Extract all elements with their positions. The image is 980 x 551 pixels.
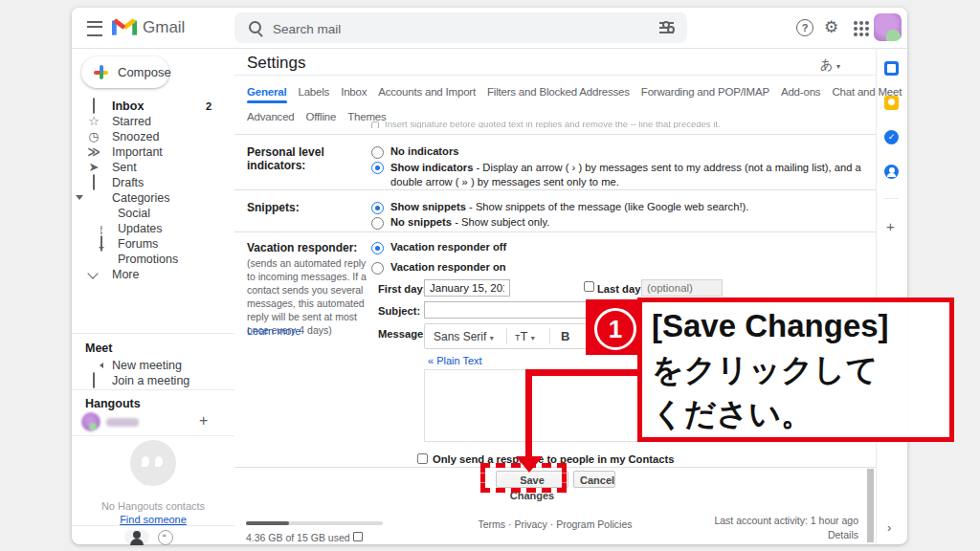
gmail-logo-icon[interactable] xyxy=(112,17,137,36)
contacts-icon[interactable] xyxy=(884,165,899,179)
settings-gear-icon[interactable]: ⚙ xyxy=(824,19,838,35)
sidebar-item-more[interactable]: More xyxy=(72,267,234,282)
sidebar-item-drafts[interactable]: Drafts xyxy=(72,175,234,190)
last-day-input[interactable] xyxy=(641,279,723,297)
last-day-checkbox[interactable] xyxy=(584,281,594,292)
tab-accounts-and-import[interactable]: Accounts and Import xyxy=(378,86,476,98)
tab-offline[interactable]: Offline xyxy=(306,111,337,122)
sidebar-item-forums[interactable]: Forums xyxy=(72,236,234,252)
footer-links[interactable]: Terms · Privacy · Program Policies xyxy=(445,518,665,530)
sidebar-item-important[interactable]: ≫ Important xyxy=(72,144,234,160)
learn-more-link[interactable]: Learn more xyxy=(247,325,301,337)
font-size-button[interactable]: TT ▾ xyxy=(515,329,535,343)
clock-icon: ◷ xyxy=(87,130,100,143)
find-someone-link[interactable]: Find someone xyxy=(72,514,234,525)
radio-vacation-off[interactable] xyxy=(371,242,384,254)
hamburger-menu-icon[interactable] xyxy=(87,21,102,36)
sidebar-item-social[interactable]: Social xyxy=(72,206,234,221)
tag-icon xyxy=(95,253,108,266)
settings-tabs-row1: General Labels Inbox Accounts and Import… xyxy=(247,86,902,98)
show-indicators-option[interactable]: Show indicators - Display an arrow ( › )… xyxy=(390,161,867,189)
no-indicators-option[interactable]: No indicators xyxy=(390,145,458,157)
sidebar-item-new-meeting[interactable]: New meeting xyxy=(72,358,234,373)
scrollbar-thumb[interactable] xyxy=(867,469,874,542)
plain-text-link[interactable]: « Plain Text xyxy=(428,355,482,366)
page-title: Settings xyxy=(247,54,305,73)
first-day-input[interactable] xyxy=(424,279,510,297)
tab-forwarding-and-pop-imap[interactable]: Forwarding and POP/IMAP xyxy=(641,86,769,98)
sidebar-item-categories[interactable]: Categories xyxy=(72,190,234,206)
search-options-icon[interactable] xyxy=(659,22,674,33)
calendar-icon[interactable] xyxy=(884,61,899,76)
sidebar-item-updates[interactable]: i Updates xyxy=(72,221,234,236)
clipped-settings-row: Insert signature before quoted text in r… xyxy=(371,121,859,128)
tasks-icon[interactable]: ✓ xyxy=(884,130,899,144)
rail-section-divider xyxy=(884,198,899,199)
chevron-down-icon xyxy=(87,268,98,278)
vacation-off-option[interactable]: Vacation responder off xyxy=(390,241,506,253)
get-add-ons-icon[interactable]: + xyxy=(886,218,895,234)
divider xyxy=(234,189,876,190)
divider xyxy=(234,75,876,76)
storage-progress-bar xyxy=(246,521,383,525)
contacts-only-checkbox[interactable] xyxy=(417,453,428,464)
language-button[interactable]: あ ▾ xyxy=(820,56,840,74)
draft-icon xyxy=(87,176,100,189)
sidebar-item-inbox[interactable]: Inbox 2 xyxy=(72,99,234,114)
cancel-button[interactable]: Cancel xyxy=(573,471,615,488)
star-icon: ☆ xyxy=(87,115,100,128)
radio-show-indicators[interactable] xyxy=(371,162,384,174)
annotation-callout-box: [Save Changes] をクリックして ください。 xyxy=(637,298,954,442)
divider xyxy=(72,389,234,390)
radio-no-indicators[interactable] xyxy=(371,146,384,159)
font-family-select[interactable]: Sans Serif ▾ xyxy=(434,330,494,343)
apps-grid-icon[interactable] xyxy=(854,21,858,25)
sidebar-item-promotions[interactable]: Promotions xyxy=(72,252,234,267)
help-icon[interactable]: ? xyxy=(796,19,813,36)
search-icon[interactable] xyxy=(249,21,261,33)
tab-add-ons[interactable]: Add-ons xyxy=(781,86,820,98)
radio-vacation-on[interactable] xyxy=(371,262,384,275)
divider xyxy=(72,525,234,526)
inbox-icon xyxy=(87,99,100,113)
hangouts-add-icon[interactable]: + xyxy=(199,412,208,430)
annotation-connector-horizontal xyxy=(525,369,639,376)
compose-button[interactable]: Compose xyxy=(81,56,169,88)
tab-general[interactable]: General xyxy=(247,86,286,98)
radio-show-snippets[interactable] xyxy=(371,202,384,214)
keyboard-icon xyxy=(87,374,100,387)
divider xyxy=(234,231,876,232)
sidebar-item-sent[interactable]: ➤ Sent xyxy=(72,160,234,175)
tab-advanced[interactable]: Advanced xyxy=(247,111,295,122)
search-bar[interactable] xyxy=(234,12,687,43)
last-activity-text: Last account activity: 1 hour ago xyxy=(684,515,858,526)
no-snippets-option[interactable]: No snippets - Show subject only. xyxy=(390,216,549,228)
profile-avatar[interactable] xyxy=(874,13,902,41)
annotation-line2: をクリックして xyxy=(642,348,949,392)
chat-bubble-icon xyxy=(95,237,108,251)
contacts-tab-icon[interactable] xyxy=(124,530,149,544)
bold-button[interactable]: B xyxy=(561,329,569,343)
radio-no-snippets[interactable] xyxy=(371,217,384,230)
storage-progress-fill xyxy=(246,521,289,525)
expand-arrow-icon[interactable] xyxy=(76,195,83,204)
show-snippets-option[interactable]: Show snippets - Show snippets of the mes… xyxy=(390,201,748,212)
sidebar-item-starred[interactable]: ☆ Starred xyxy=(72,114,234,129)
storage-text: 4.36 GB of 15 GB used xyxy=(246,532,363,543)
hangouts-contact-row[interactable]: + xyxy=(72,410,234,433)
tab-labels[interactable]: Labels xyxy=(298,86,329,98)
search-input[interactable] xyxy=(271,12,600,45)
hangouts-logo-icon xyxy=(130,440,176,486)
sidebar-item-join-meeting[interactable]: Join a meeting xyxy=(72,373,234,388)
vacation-on-option[interactable]: Vacation responder on xyxy=(390,261,506,273)
hangouts-tab-icon[interactable]: ❝ xyxy=(158,530,173,545)
details-link[interactable]: Details xyxy=(684,529,858,540)
keep-icon[interactable] xyxy=(884,96,899,110)
rail-divider xyxy=(876,48,877,544)
sidebar-item-snoozed[interactable]: ◷ Snoozed xyxy=(72,129,234,144)
people-icon xyxy=(95,207,108,220)
tab-filters-and-blocked-addresses[interactable]: Filters and Blocked Addresses xyxy=(487,86,630,98)
tab-inbox[interactable]: Inbox xyxy=(341,86,367,98)
collapse-panel-chevron-icon[interactable]: › xyxy=(887,520,891,535)
divider xyxy=(234,134,876,135)
